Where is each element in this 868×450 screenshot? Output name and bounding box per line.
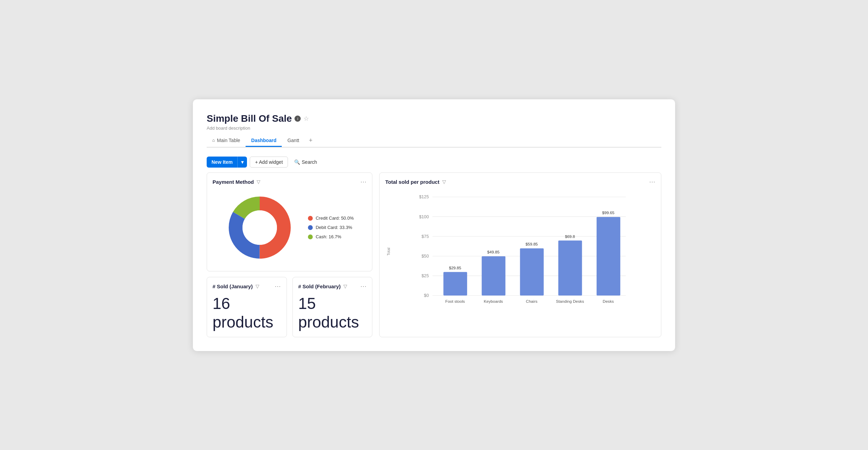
- sold-february-value: 15 products: [298, 294, 367, 331]
- svg-text:Standing Desks: Standing Desks: [556, 299, 584, 303]
- bar-chart-title: Total sold per product: [385, 179, 439, 185]
- svg-point-3: [242, 210, 277, 245]
- bar-chart-widget: Total sold per product ▽ ··· Total: [379, 172, 661, 337]
- sold-january-title: # Sold (January): [213, 283, 253, 289]
- payment-method-widget: Payment Method ▽ ···: [207, 172, 372, 271]
- info-icon[interactable]: i: [294, 116, 301, 122]
- donut-legend: Credit Card: 50.0% Debit Card: 33.3% Cas…: [308, 216, 354, 239]
- left-column: Payment Method ▽ ···: [207, 172, 372, 337]
- sold-january-header: # Sold (January) ▽ ···: [213, 283, 281, 290]
- legend-label-cash: Cash: 16.7%: [316, 234, 341, 239]
- legend-credit-card: Credit Card: 50.0%: [308, 216, 354, 221]
- bar-foot-stools: [444, 272, 467, 295]
- tabs-bar: ⌂ Main Table Dashboard Gantt +: [207, 134, 661, 148]
- svg-text:Chairs: Chairs: [526, 299, 538, 303]
- bar-keyboards: [482, 256, 506, 296]
- sold-february-title: # Sold (February): [298, 283, 341, 289]
- svg-text:Foot stools: Foot stools: [445, 299, 465, 303]
- svg-text:$49.85: $49.85: [487, 250, 500, 254]
- right-column: Total sold per product ▽ ··· Total: [379, 172, 661, 337]
- legend-dot-debit-card: [308, 225, 313, 230]
- payment-method-filter-icon[interactable]: ▽: [257, 179, 260, 184]
- payment-method-more-icon[interactable]: ···: [360, 178, 366, 186]
- dashboard-grid: Payment Method ▽ ···: [207, 172, 661, 337]
- bar-chart-title-group: Total sold per product ▽: [385, 179, 446, 185]
- svg-text:$50: $50: [422, 253, 429, 258]
- tab-main-table[interactable]: ⌂ Main Table: [207, 135, 246, 147]
- bar-chairs: [520, 248, 544, 296]
- svg-text:$99.65: $99.65: [602, 210, 615, 214]
- bar-chart-area: Total $125 $100 $75 $50: [385, 190, 655, 314]
- tab-dashboard[interactable]: Dashboard: [246, 135, 282, 147]
- legend-dot-cash: [308, 234, 313, 239]
- sold-february-filter-icon[interactable]: ▽: [343, 283, 347, 289]
- page-title: Simple Bill Of Sale: [207, 113, 292, 124]
- sold-january-more-icon[interactable]: ···: [275, 283, 281, 290]
- payment-method-header: Payment Method ▽ ···: [213, 178, 366, 186]
- sold-january-widget: # Sold (January) ▽ ··· 16 products: [207, 277, 287, 337]
- svg-text:$100: $100: [419, 214, 429, 219]
- payment-method-title: Payment Method: [213, 179, 254, 185]
- new-item-button[interactable]: New Item ▾: [207, 157, 247, 168]
- sold-february-more-icon[interactable]: ···: [360, 283, 366, 290]
- sold-january-filter-icon[interactable]: ▽: [256, 283, 259, 289]
- svg-text:$0: $0: [424, 293, 429, 298]
- header: Simple Bill Of Sale i ☆ Add board descri…: [207, 113, 661, 148]
- legend-label-debit-card: Debit Card: 33.3%: [316, 225, 352, 230]
- bar-chart-header: Total sold per product ▽ ···: [385, 178, 655, 186]
- donut-chart-svg: [225, 193, 294, 262]
- y-axis-label-container: Total: [385, 190, 392, 314]
- sold-february-widget: # Sold (February) ▽ ··· 15 products: [292, 277, 373, 337]
- bar-chart-filter-icon[interactable]: ▽: [442, 179, 446, 184]
- bar-desks: [597, 217, 620, 296]
- legend-label-credit-card: Credit Card: 50.0%: [316, 216, 354, 221]
- home-icon: ⌂: [212, 138, 215, 143]
- legend-debit-card: Debit Card: 33.3%: [308, 225, 354, 230]
- bar-standing-desks: [558, 240, 582, 295]
- svg-text:$69.8: $69.8: [565, 234, 575, 238]
- svg-text:$125: $125: [419, 194, 429, 199]
- board-description: Add board description: [207, 126, 661, 131]
- add-widget-button[interactable]: + Add widget: [250, 157, 288, 168]
- bar-chart-svg: $125 $100 $75 $50 $25 $0: [392, 190, 655, 314]
- toolbar: New Item ▾ + Add widget 🔍 Search: [207, 152, 661, 172]
- new-item-label: New Item: [207, 157, 237, 168]
- donut-chart-container: Credit Card: 50.0% Debit Card: 33.3% Cas…: [213, 190, 366, 266]
- search-button[interactable]: 🔍 Search: [291, 157, 320, 167]
- y-axis-label: Total: [386, 248, 391, 256]
- svg-text:Desks: Desks: [603, 299, 614, 303]
- svg-text:$59.85: $59.85: [526, 242, 538, 246]
- app-container: Simple Bill Of Sale i ☆ Add board descri…: [193, 99, 675, 351]
- star-icon[interactable]: ☆: [303, 115, 309, 122]
- sold-january-value: 16 products: [213, 294, 281, 331]
- metric-cards-row: # Sold (January) ▽ ··· 16 products # Sol…: [207, 277, 372, 337]
- svg-text:$25: $25: [422, 273, 429, 278]
- title-row: Simple Bill Of Sale i ☆: [207, 113, 661, 124]
- tab-gantt[interactable]: Gantt: [282, 135, 304, 147]
- sold-february-title-group: # Sold (February) ▽: [298, 283, 347, 289]
- add-widget-label: + Add widget: [255, 159, 283, 165]
- sold-february-header: # Sold (February) ▽ ···: [298, 283, 367, 290]
- payment-method-title-group: Payment Method ▽: [213, 179, 260, 185]
- search-label: Search: [302, 159, 317, 165]
- bar-chart-more-icon[interactable]: ···: [649, 178, 655, 186]
- search-icon: 🔍: [294, 159, 300, 165]
- legend-cash: Cash: 16.7%: [308, 234, 354, 239]
- svg-text:$75: $75: [422, 234, 429, 239]
- legend-dot-credit-card: [308, 216, 313, 221]
- svg-text:$29.85: $29.85: [449, 265, 462, 270]
- tab-add-button[interactable]: +: [305, 134, 317, 147]
- sold-january-title-group: # Sold (January) ▽: [213, 283, 259, 289]
- new-item-dropdown-arrow[interactable]: ▾: [237, 157, 247, 168]
- svg-text:Keyboards: Keyboards: [484, 299, 503, 303]
